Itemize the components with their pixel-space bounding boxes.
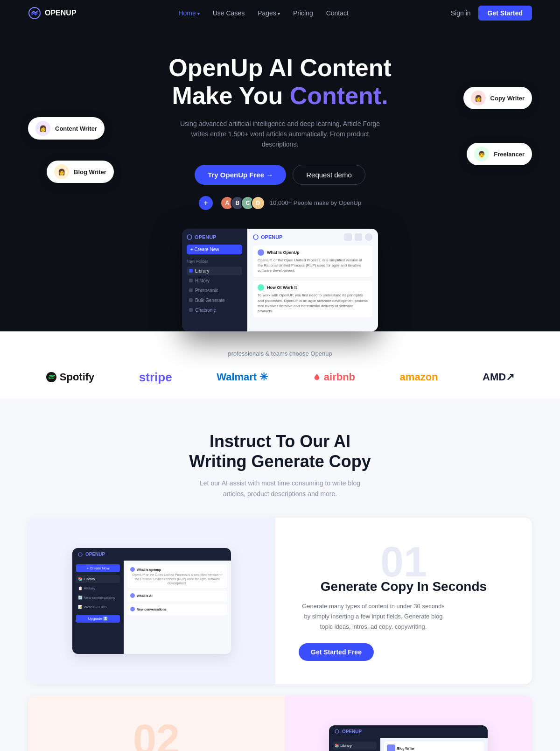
feature-mockup-1: OPENUP + Create Now 📚 Library 📋 History …: [72, 548, 231, 654]
app-avatar-icon[interactable]: [365, 233, 372, 241]
hero-buttons: Try OpenUp Free → Request demo: [195, 165, 365, 185]
nav-links: Home▾ Use Cases Pages▾ Pricing Contact: [178, 9, 349, 17]
app-q1-text: OpenUP, or the Open Unified Process, is …: [258, 258, 368, 274]
app-main-icons: [344, 233, 372, 241]
app-download-icon[interactable]: [355, 233, 362, 241]
app-main-header: OPENUP: [253, 233, 372, 241]
logo-icon: [28, 7, 41, 20]
social-proof-text: 10,000+ People make by OpenUp: [270, 199, 361, 206]
freelancer-avatar: 👨: [474, 147, 489, 161]
avatar-plus-icon: +: [199, 196, 213, 210]
app-sidebar-chatsonic[interactable]: Chatsonic: [187, 306, 242, 315]
nav-right: Sign in Get Started: [451, 6, 532, 21]
feature-1-cta[interactable]: Get Started Free: [299, 643, 374, 661]
hero-app-preview: OPENUP + Create New New Folder Library H…: [182, 229, 378, 331]
feature-card-1-text: 01 Generate Copy In Seconds Generate man…: [275, 518, 532, 684]
request-demo-button[interactable]: Request demo: [293, 165, 365, 185]
logo-spotify: Spotify: [46, 371, 95, 383]
svg-point-0: [29, 7, 40, 19]
app-sidebar-history[interactable]: History: [187, 276, 242, 285]
signin-link[interactable]: Sign in: [451, 9, 471, 17]
try-free-button[interactable]: Try OpenUp Free →: [195, 165, 286, 185]
app-sidebar-bulk[interactable]: Bulk Generate: [187, 296, 242, 305]
logos-section: professionals & teams choose Openup Spot…: [0, 331, 560, 399]
app-q2-text: To work with OpenUP, you first need to u…: [258, 293, 368, 314]
feature-card-2-text: 02 45+ Highly-Tuned AI Tools Fingertips …: [28, 695, 285, 751]
content-writer-label: Content Writer: [55, 125, 97, 132]
tool-card-1: Blog Writer: [384, 742, 484, 751]
blog-writer-label: Blog Writer: [74, 168, 106, 175]
feature-mockup-2-sidebar: 📚 Library 📜 History 🖼 Photosonic: [329, 738, 380, 751]
features-subtitle: Let our AI assist with most time consumi…: [191, 478, 369, 499]
logo-text: OPENUP: [45, 9, 77, 17]
feature-1-desc: Generate many types of content in under …: [299, 601, 448, 632]
blog-writer-avatar: 👩: [54, 164, 69, 179]
app-sidebar-folder-label: New Folder: [187, 259, 242, 264]
app-main-logo: OPENUP: [253, 234, 282, 240]
app-q2-title: How Ot Work It: [267, 285, 297, 290]
app-sidebar-logo: OPENUP: [187, 234, 242, 240]
svg-point-3: [46, 372, 56, 382]
mockup-q3: New conversations: [127, 604, 227, 615]
navbar: OPENUP Home▾ Use Cases Pages▾ Pricing Co…: [0, 0, 560, 26]
app-sidebar-library[interactable]: Library: [187, 267, 242, 275]
nav-link-home[interactable]: Home▾: [178, 9, 199, 17]
svg-point-1: [187, 235, 192, 239]
mockup-create-btn: + Create Now: [76, 564, 120, 572]
app-question-2: How Ot Work It To work with OpenUP, you …: [253, 281, 372, 317]
app-create-button[interactable]: + Create New: [187, 245, 242, 254]
logos-row: Spotify stripe Walmart ✳ airbnb amazon A…: [28, 370, 532, 385]
feature-mockup-2-content: Blog Writer Ad Copy Product Description: [380, 738, 488, 751]
app-question-1: What Is OpenUp OpenUP, or the Open Unifi…: [253, 246, 372, 277]
hero-social-proof: + A B C D 10,000+ People make by OpenUp: [199, 196, 361, 210]
social-avatars: A B C D: [220, 196, 265, 210]
app-main-content: OPENUP What Is OpenUp OpenUP, or the Ope…: [247, 229, 378, 331]
feature-card-1: OPENUP + Create Now 📚 Library 📋 History …: [28, 518, 532, 684]
content-writer-avatar: 👩: [35, 121, 50, 136]
nav-link-usecases[interactable]: Use Cases: [213, 9, 245, 17]
mockup-q2: What is AI: [127, 590, 227, 602]
mockup-q1: What is openup OpenUP or the Open Unifie…: [127, 564, 227, 588]
logo-amazon: amazon: [400, 371, 438, 383]
svg-point-5: [335, 730, 339, 733]
feature-mockup-sidebar: + Create Now 📚 Library 📋 History 🔄 New c…: [72, 561, 124, 654]
app-q1-avatar: [258, 249, 264, 256]
app-q2-avatar: [258, 284, 264, 291]
feature-1-number: 01: [299, 541, 509, 583]
feature-card-2: 02 45+ Highly-Tuned AI Tools Fingertips …: [28, 695, 532, 751]
feature-card-1-visual: OPENUP + Create Now 📚 Library 📋 History …: [28, 518, 275, 684]
copy-writer-avatar: 👩: [471, 91, 486, 105]
freelancer-badge: 👨 Freelancer: [467, 143, 532, 165]
app-sidebar: OPENUP + Create New New Folder Library H…: [182, 229, 247, 331]
hero-subtitle: Using advanced artificial intelligence a…: [177, 119, 383, 150]
freelancer-label: Freelancer: [494, 151, 525, 158]
copy-writer-label: Copy Writer: [490, 95, 525, 102]
logo-stripe: stripe: [139, 370, 172, 385]
features-title: Instruct To Our AI Writing Generate Copy: [28, 431, 532, 471]
feature-1-title: Generate Copy In Seconds: [299, 578, 509, 595]
features-section: Instruct To Our AI Writing Generate Copy…: [0, 399, 560, 751]
app-settings-icon[interactable]: [344, 233, 352, 241]
hero-section: 👩 Content Writer 👩 Copy Writer 👨 Freelan…: [0, 26, 560, 331]
hero-title: OpenUp AI Content Make You Content.: [168, 54, 392, 110]
logo-amd: AMD↗: [483, 371, 514, 383]
avatar-4: D: [251, 196, 265, 210]
copy-writer-badge: 👩 Copy Writer: [463, 87, 532, 109]
logos-label: professionals & teams choose Openup: [28, 350, 532, 357]
get-started-button[interactable]: Get Started: [478, 6, 532, 21]
svg-point-2: [253, 235, 258, 239]
svg-point-4: [78, 553, 82, 556]
app-sidebar-photosonic[interactable]: Photosonic: [187, 286, 242, 295]
feature-mockup-2: OPENUP 📚 Library 📜 History 🖼 Photosonic …: [329, 725, 488, 751]
blog-writer-badge: 👩 Blog Writer: [47, 161, 114, 183]
feature-mockup-content: What is openup OpenUP or the Open Unifie…: [124, 561, 231, 654]
feature-2-number: 02: [51, 719, 261, 751]
content-writer-badge: 👩 Content Writer: [28, 117, 105, 140]
nav-logo: OPENUP: [28, 7, 77, 20]
app-q1-title: What Is OpenUp: [267, 250, 300, 255]
logo-airbnb: airbnb: [313, 371, 355, 383]
nav-link-contact[interactable]: Contact: [326, 9, 349, 17]
logo-walmart: Walmart ✳: [217, 371, 268, 383]
nav-link-pricing[interactable]: Pricing: [293, 9, 313, 17]
nav-link-pages[interactable]: Pages▾: [258, 9, 280, 17]
